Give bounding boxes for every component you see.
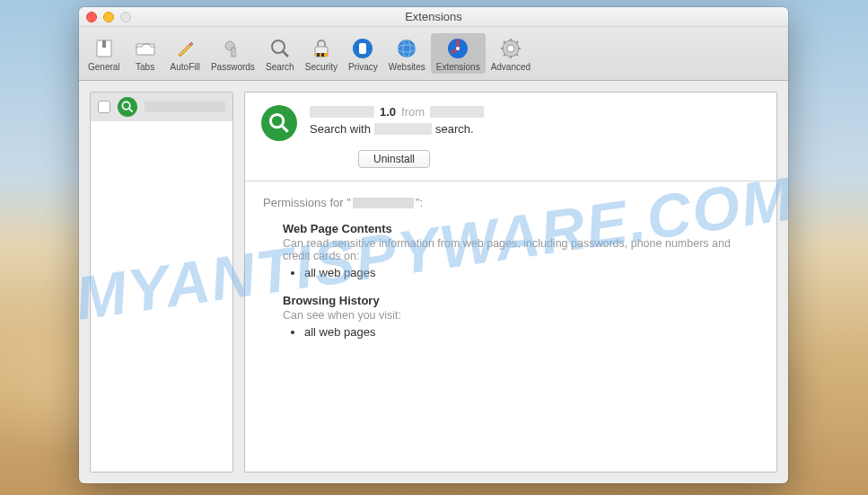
svg-rect-4 xyxy=(232,48,235,57)
advanced-icon xyxy=(498,36,523,61)
svg-rect-10 xyxy=(317,53,320,57)
extension-description: Search with search. xyxy=(310,122,760,136)
tabs-icon xyxy=(133,36,158,61)
tab-extensions[interactable]: Extensions xyxy=(431,33,486,74)
svg-point-6 xyxy=(272,40,285,53)
tab-label: AutoFill xyxy=(171,62,200,72)
security-icon xyxy=(309,36,334,61)
tab-websites[interactable]: Websites xyxy=(383,33,431,74)
search-icon xyxy=(267,36,293,61)
preferences-toolbar: General Tabs AutoFill Passwords Search xyxy=(79,27,788,81)
extension-name-redacted xyxy=(310,106,374,118)
autofill-icon xyxy=(172,36,197,61)
tab-search[interactable]: Search xyxy=(260,33,300,74)
extension-author-redacted xyxy=(430,106,484,118)
perm-description: Can read sensitive information from web … xyxy=(283,237,758,262)
svg-rect-5 xyxy=(233,53,237,55)
svg-point-18 xyxy=(456,47,460,50)
extension-list-item[interactable] xyxy=(91,93,232,121)
extension-icon xyxy=(118,97,137,117)
privacy-icon xyxy=(350,36,375,61)
permissions-title: Permissions for " ": xyxy=(263,196,758,209)
svg-line-26 xyxy=(516,54,518,56)
perm-description: Can see when you visit: xyxy=(283,309,758,322)
tab-label: Passwords xyxy=(211,62,255,72)
tab-general[interactable]: General xyxy=(83,33,126,74)
tab-label: Extensions xyxy=(436,62,480,72)
passwords-icon xyxy=(220,36,245,61)
tab-label: Websites xyxy=(389,62,425,72)
uninstall-button[interactable]: Uninstall xyxy=(358,150,430,168)
perm-name-redacted xyxy=(353,198,414,208)
extension-name-redacted xyxy=(145,102,225,112)
svg-line-28 xyxy=(516,41,518,43)
tab-label: Privacy xyxy=(348,62,378,72)
general-icon xyxy=(92,36,117,61)
from-label: from xyxy=(401,105,425,119)
extensions-icon xyxy=(445,36,470,61)
desc-name-redacted xyxy=(374,123,432,135)
content-area: 1.0 from Search with search. Uninstall xyxy=(79,81,788,483)
svg-rect-11 xyxy=(321,53,324,57)
svg-point-14 xyxy=(398,40,416,57)
tab-security[interactable]: Security xyxy=(300,33,343,74)
perm-heading: Web Page Contents xyxy=(283,222,758,235)
svg-line-27 xyxy=(504,54,505,56)
minimize-window-button[interactable] xyxy=(103,12,114,22)
permission-webpage-contents: Web Page Contents Can read sensitive inf… xyxy=(283,222,758,279)
tab-label: Tabs xyxy=(136,62,154,72)
svg-line-7 xyxy=(283,51,288,57)
traffic-lights xyxy=(86,12,131,22)
tab-advanced[interactable]: Advanced xyxy=(486,33,536,74)
svg-line-30 xyxy=(129,109,133,112)
tab-autofill[interactable]: AutoFill xyxy=(165,33,206,74)
permission-browsing-history: Browsing History Can see when you visit:… xyxy=(283,294,758,339)
preferences-window: Extensions General Tabs AutoFill Passwor… xyxy=(79,7,788,483)
svg-rect-1 xyxy=(102,40,106,48)
perm-list: all web pages xyxy=(304,325,758,339)
titlebar: Extensions xyxy=(79,7,788,27)
svg-line-25 xyxy=(504,41,505,43)
svg-rect-13 xyxy=(359,43,366,54)
perm-heading: Browsing History xyxy=(283,294,758,307)
extension-title-row: 1.0 from xyxy=(310,105,760,119)
window-title: Extensions xyxy=(405,10,462,23)
tab-label: Advanced xyxy=(491,62,530,72)
svg-point-31 xyxy=(270,114,283,127)
tab-passwords[interactable]: Passwords xyxy=(206,33,260,74)
tab-tabs[interactable]: Tabs xyxy=(126,33,165,74)
extension-detail-panel: 1.0 from Search with search. Uninstall xyxy=(244,92,777,473)
tab-label: Security xyxy=(305,62,338,72)
extension-version: 1.0 xyxy=(380,105,396,119)
extension-enable-checkbox[interactable] xyxy=(98,101,110,113)
tab-label: Search xyxy=(266,62,294,72)
detail-header: 1.0 from Search with search. Uninstall xyxy=(245,93,776,181)
websites-icon xyxy=(394,36,419,61)
perm-title-prefix: Permissions for " xyxy=(263,196,351,209)
perm-list-item: all web pages xyxy=(304,325,758,339)
extension-detail-icon xyxy=(261,105,297,141)
close-window-button[interactable] xyxy=(86,12,97,22)
detail-info: 1.0 from Search with search. Uninstall xyxy=(310,105,760,168)
tab-privacy[interactable]: Privacy xyxy=(343,33,383,74)
zoom-window-button[interactable] xyxy=(120,12,131,22)
svg-line-32 xyxy=(283,127,288,132)
perm-list: all web pages xyxy=(304,266,758,279)
desc-suffix: search. xyxy=(435,122,474,136)
permissions-section: Permissions for " ": Web Page Contents C… xyxy=(245,181,776,367)
svg-point-20 xyxy=(507,45,514,52)
extensions-sidebar xyxy=(90,92,233,473)
svg-rect-2 xyxy=(136,44,154,55)
svg-point-29 xyxy=(122,102,129,109)
desc-prefix: Search with xyxy=(310,122,371,136)
perm-list-item: all web pages xyxy=(304,266,758,279)
tab-label: General xyxy=(88,62,120,72)
perm-title-suffix: ": xyxy=(416,196,423,209)
